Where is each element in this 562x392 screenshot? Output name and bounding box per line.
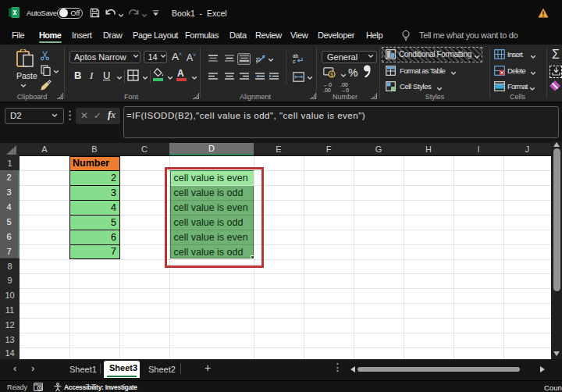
svg-text:$: $ bbox=[330, 72, 333, 77]
svg-text:c: c bbox=[293, 59, 296, 64]
svg-text:.00: .00 bbox=[323, 87, 331, 93]
svg-text:→0: →0 bbox=[340, 87, 349, 93]
